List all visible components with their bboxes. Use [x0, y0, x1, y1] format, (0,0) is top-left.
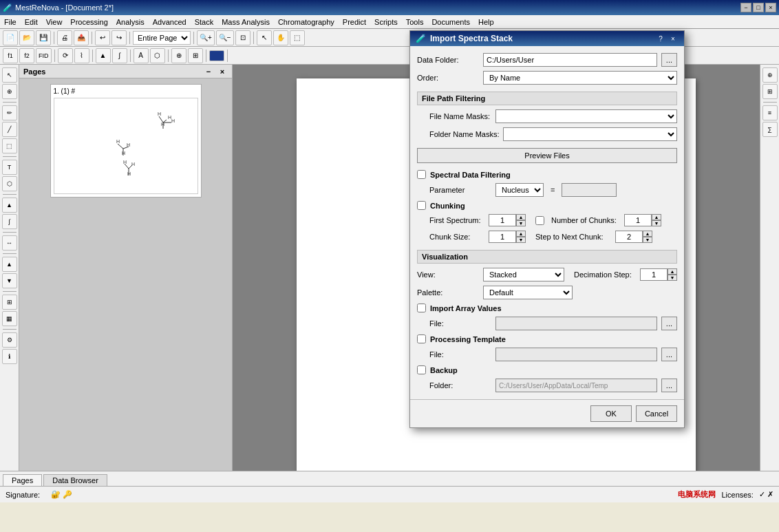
decimation-down-button[interactable]: ▼	[668, 275, 677, 281]
baseline-button[interactable]: ⌇	[74, 48, 89, 63]
title-bar-buttons[interactable]: − □ ×	[740, 3, 776, 12]
dialog-title-buttons[interactable]: ? ×	[655, 34, 679, 43]
cancel-button[interactable]: Cancel	[636, 405, 677, 422]
nucleus-combo[interactable]: Nucleus 1H 13C	[495, 183, 544, 197]
menu-stack[interactable]: Stack	[191, 15, 218, 28]
tab-pages[interactable]: Pages	[3, 474, 42, 486]
lt-grid[interactable]: ⊞	[2, 295, 17, 310]
number-of-chunks-spinner[interactable]: ▲ ▼	[624, 214, 661, 226]
zoom-all-button[interactable]: ⊞	[188, 48, 203, 63]
chunk-size-spinner-buttons[interactable]: ▲ ▼	[516, 231, 526, 243]
pan-button[interactable]: ✋	[273, 30, 288, 45]
zoom-in-button[interactable]: 🔍+	[197, 30, 215, 45]
export-button[interactable]: 📤	[74, 30, 89, 45]
minimize-button[interactable]: −	[740, 3, 751, 12]
menu-analysis[interactable]: Analysis	[112, 15, 149, 28]
ok-button[interactable]: OK	[590, 405, 632, 422]
pages-minimize-button[interactable]: −	[203, 67, 214, 76]
f2-button[interactable]: f2	[19, 48, 34, 63]
save-button[interactable]: 💾	[36, 30, 51, 45]
zoom-out-button[interactable]: 🔍−	[216, 30, 234, 45]
print-button[interactable]: 🖨	[57, 30, 72, 45]
lt-peak[interactable]: ▲	[2, 198, 17, 213]
menu-tools[interactable]: Tools	[402, 15, 428, 28]
backup-label[interactable]: Backup	[430, 366, 458, 374]
view-combo[interactable]: Stacked Superimposed Multiple Display	[483, 268, 564, 281]
lt-info[interactable]: ℹ	[2, 349, 17, 364]
rt-btn-4[interactable]: ∑	[762, 122, 778, 137]
page-view-combo[interactable]: Entire Page Fit Width 100%	[133, 31, 191, 45]
first-spectrum-up-button[interactable]: ▲	[516, 214, 526, 220]
menu-processing[interactable]: Processing	[66, 15, 111, 28]
chunking-checkbox[interactable]	[417, 201, 426, 210]
menu-view[interactable]: View	[42, 15, 67, 28]
num-chunks-up-button[interactable]: ▲	[652, 214, 661, 220]
lt-settings[interactable]: ⚙	[2, 332, 17, 348]
first-spectrum-spinner[interactable]: ▲ ▼	[489, 214, 526, 226]
decimation-spinner-buttons[interactable]: ▲ ▼	[668, 268, 677, 281]
menu-advanced[interactable]: Advanced	[149, 15, 191, 28]
template-browse-button[interactable]: ...	[661, 348, 677, 361]
first-spectrum-input[interactable]	[489, 214, 516, 226]
import-spectra-dialog[interactable]: 🧪 Import Spectra Stack ? × Data Folder: …	[409, 30, 685, 428]
menu-file[interactable]: File	[0, 15, 21, 28]
select-button[interactable]: ⬚	[290, 30, 305, 45]
rt-btn-2[interactable]: ⊞	[762, 84, 778, 99]
order-combo[interactable]: By Name By Date By Size	[483, 71, 677, 85]
fid-button[interactable]: FID	[36, 48, 52, 63]
lt-down[interactable]: ▼	[2, 273, 17, 288]
preview-files-button[interactable]: Preview Files	[417, 148, 677, 163]
lt-molecule[interactable]: ⬡	[2, 176, 17, 191]
chunk-size-up-button[interactable]: ▲	[516, 231, 526, 237]
chunk-size-input[interactable]	[489, 231, 516, 243]
new-button[interactable]: 📄	[3, 30, 18, 45]
integral-button[interactable]: ∫	[112, 48, 127, 63]
backup-folder-input[interactable]	[495, 379, 657, 392]
backup-checkbox[interactable]	[417, 365, 426, 374]
lt-color2[interactable]: ▦	[2, 311, 17, 326]
page-thumbnail[interactable]: 1. (1) # H H H H H	[50, 84, 202, 198]
step-to-next-input[interactable]	[615, 231, 643, 243]
number-of-chunks-spinner-buttons[interactable]: ▲ ▼	[652, 214, 661, 226]
step-to-next-spinner[interactable]: ▲ ▼	[615, 231, 652, 243]
chunk-size-spinner[interactable]: ▲ ▼	[489, 231, 526, 243]
import-array-checkbox[interactable]	[417, 304, 426, 312]
step-up-button[interactable]: ▲	[643, 231, 652, 237]
data-folder-input[interactable]	[483, 53, 657, 67]
menu-help[interactable]: Help	[474, 15, 498, 28]
peak-button[interactable]: ▲	[96, 48, 111, 63]
menu-scripts[interactable]: Scripts	[370, 15, 402, 28]
chunk-size-down-button[interactable]: ▼	[516, 237, 526, 243]
lt-up[interactable]: ▲	[2, 257, 17, 272]
processing-template-checkbox[interactable]	[417, 334, 426, 343]
decimation-up-button[interactable]: ▲	[668, 268, 677, 275]
decimation-input[interactable]	[640, 268, 668, 281]
number-of-chunks-checkbox[interactable]	[535, 216, 544, 225]
num-chunks-down-button[interactable]: ▼	[652, 220, 661, 226]
processing-template-label[interactable]: Processing Template	[430, 335, 506, 343]
template-file-input[interactable]	[495, 348, 657, 361]
close-button[interactable]: ×	[765, 3, 776, 12]
decimation-spinner[interactable]: ▲ ▼	[640, 268, 677, 281]
first-spectrum-down-button[interactable]: ▼	[516, 220, 526, 226]
lt-measure[interactable]: ↔	[2, 235, 17, 251]
cursor-button[interactable]: ↖	[257, 30, 272, 45]
folder-name-masks-combo[interactable]	[503, 127, 677, 141]
zoom-spectrum-button[interactable]: ⊕	[171, 48, 186, 63]
palette-combo[interactable]: Default Rainbow Grayscale	[483, 286, 573, 299]
first-spectrum-spinner-buttons[interactable]: ▲ ▼	[516, 214, 526, 226]
array-file-browse-button[interactable]: ...	[661, 317, 677, 330]
rt-btn-1[interactable]: ⊕	[762, 67, 778, 83]
lt-select[interactable]: ↖	[2, 67, 17, 83]
menu-documents[interactable]: Documents	[427, 15, 474, 28]
lt-rect[interactable]: ⬚	[2, 138, 17, 153]
spectral-filtering-checkbox[interactable]	[417, 170, 426, 179]
zoom-fit-button[interactable]: ⊡	[235, 30, 250, 45]
chunking-label[interactable]: Chunking	[430, 202, 465, 210]
f1-button[interactable]: f1	[3, 48, 18, 63]
number-of-chunks-input[interactable]	[624, 214, 652, 226]
nucleus-value-input[interactable]	[562, 183, 617, 197]
pages-close-button[interactable]: ×	[217, 67, 228, 76]
backup-browse-button[interactable]: ...	[661, 379, 677, 392]
annotation-button[interactable]: A	[134, 48, 149, 63]
